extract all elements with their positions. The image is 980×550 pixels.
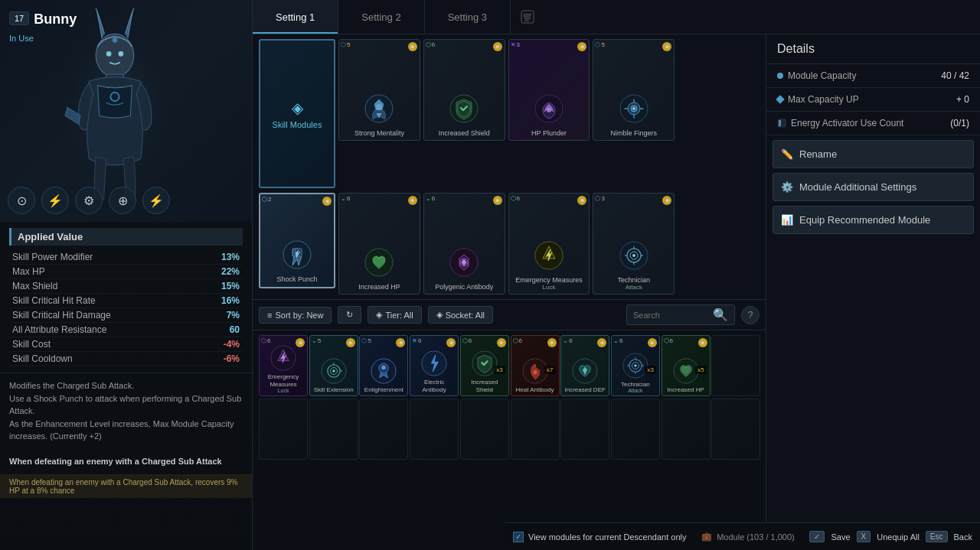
inv-empty-11[interactable] <box>711 399 760 460</box>
back-label: Back <box>954 532 972 542</box>
char-icon-stats[interactable]: ⚡ <box>142 187 170 214</box>
inv-empty-10[interactable] <box>662 399 710 460</box>
inv-empty-8[interactable] <box>560 399 609 460</box>
inv-empty-1[interactable] <box>711 335 760 396</box>
char-icon-weapon[interactable]: ⊕ <box>109 187 136 214</box>
svg-rect-10 <box>524 18 531 19</box>
inv-icon <box>469 348 500 379</box>
tab-add-button[interactable] <box>511 0 545 34</box>
back-key: Esc <box>926 531 948 542</box>
stat-row-skill-power: Skill Power Modifier 13% <box>9 250 243 265</box>
desc-highlight: When defeating an enemy with a Charged S… <box>0 474 252 498</box>
module-icon-nimble <box>615 89 653 128</box>
module-name-nimble: Nimble Fingers <box>611 129 658 138</box>
character-level: 17 <box>9 11 29 25</box>
skill-modules-label[interactable]: ◈ Skill Modules <box>259 39 335 188</box>
socket-badge: ◆ <box>577 42 586 51</box>
view-checkbox[interactable]: ✓ <box>513 532 524 542</box>
stat-row-skill-cost: Skill Cost -4% <box>9 337 243 352</box>
search-box[interactable]: 🔍 <box>626 304 735 325</box>
inv-name: Heat Antibody <box>516 386 554 394</box>
svg-rect-11 <box>524 20 529 21</box>
tab-setting1[interactable]: Setting 1 <box>253 0 338 34</box>
equip-recommended-button[interactable]: 📊 Equip Recommended Module <box>773 206 974 234</box>
module-description: Modifies the Charged Sub Attack. Use a S… <box>0 373 252 474</box>
tier-badge: ⬡6 <box>513 337 522 344</box>
tier-filter[interactable]: ◈ Tier: All <box>368 306 421 324</box>
tier-badge: ⬡2 <box>262 196 271 203</box>
tier-badge: ⬡5 <box>341 41 350 48</box>
inv-sub: Attack <box>628 388 642 393</box>
tier-value: 6 <box>432 41 435 48</box>
module-strong-mentality[interactable]: ⬡5 ◆ Strong Mentality <box>338 39 420 141</box>
module-name-polygenic: Polygenic Antibody <box>435 283 493 291</box>
module-technician-equipped[interactable]: ⬡3 ◆ Technician Attack <box>593 193 675 295</box>
tier-value: 6 <box>347 195 350 202</box>
socket-badge: ◆ <box>547 338 557 347</box>
inv-electric-antibody[interactable]: ✕6 ◆ Electric Antibody <box>410 335 459 396</box>
module-capacity-label: Module Capacity <box>777 70 856 81</box>
rename-button[interactable]: ✏️ Rename <box>773 140 974 168</box>
inv-empty-5[interactable] <box>410 399 459 460</box>
inv-heat-antibody[interactable]: ⬡6 ◆ x7 Heat Antibody <box>511 335 560 396</box>
tier-value: 3 <box>601 195 604 202</box>
inv-empty-2[interactable] <box>259 399 308 460</box>
module-capacity-row: Module Capacity 40 / 42 <box>766 64 980 88</box>
refresh-button[interactable]: ↻ <box>338 306 361 324</box>
view-checkbox-label[interactable]: ✓ View modules for current Descendant on… <box>513 532 686 542</box>
inv-empty-3[interactable] <box>309 399 358 460</box>
inv-enlightenment[interactable]: ⬡5 ◆ Enlightenment <box>359 335 408 396</box>
inv-name: Skill Extension <box>314 386 354 394</box>
inv-empty-7[interactable] <box>511 399 560 460</box>
equip-recommended-label: Equip Recommended Module <box>799 214 930 226</box>
search-input[interactable] <box>633 311 710 320</box>
inv-technician[interactable]: ⌄6 ◆ x3 Technician <box>611 335 660 396</box>
inv-empty-4[interactable] <box>359 399 408 460</box>
stat-max-shield-value: 15% <box>221 281 240 291</box>
module-shock-punch[interactable]: ⬡2 ◆ Shock Punch <box>259 193 335 288</box>
inv-emergency-measures[interactable]: ⬡6 ◆ Emergency Measures Luck <box>259 335 308 396</box>
tier-value: 2 <box>268 196 271 203</box>
module-increased-hp-equipped[interactable]: ⌄6 ◆ Increased HP <box>338 193 420 295</box>
socket-filter[interactable]: ◈ Socket: All <box>428 306 493 324</box>
skill-modules-icon: ◈ <box>273 99 322 117</box>
inv-increased-def[interactable]: ⌄6 ◆ Increased DEF <box>560 335 609 396</box>
checkbox-text: View modules for current Descendant only <box>528 532 686 542</box>
inv-skill-extension[interactable]: ⌄5 ◆ Skill Extension <box>309 335 358 396</box>
module-polygenic-antibody[interactable]: ⌄6 ◆ Polygenic Antibody <box>423 193 505 295</box>
inv-increased-shield[interactable]: ⬡6 ◆ x3 Increased Shield <box>460 335 509 396</box>
module-additional-settings-button[interactable]: ⚙️ Module Additional Settings <box>773 173 974 201</box>
char-icon-module[interactable]: ⚙ <box>75 187 103 214</box>
tab-setting3[interactable]: Setting 3 <box>425 0 511 34</box>
tier-badge: ⬡5 <box>361 337 371 344</box>
briefcase-icon: 💼 <box>701 532 712 542</box>
inv-empty-9[interactable] <box>611 399 660 460</box>
inv-increased-hp[interactable]: ⬡6 ◆ x5 Increased HP <box>662 335 710 396</box>
char-icon-skill[interactable]: ⊙ <box>8 187 35 214</box>
stat-skill-power-value: 13% <box>221 252 240 262</box>
module-icon-polygenic <box>445 243 483 282</box>
socket-badge: ◆ <box>493 196 502 205</box>
tier-badge: ⬡5 <box>595 41 604 48</box>
svg-point-39 <box>382 366 386 369</box>
socket-badge: ◆ <box>446 338 456 347</box>
inv-icon <box>419 348 449 379</box>
unequip-label: Unequip All <box>877 532 920 542</box>
module-nimble-fingers[interactable]: ⬡5 ◆ Nimble Fingers <box>593 39 675 141</box>
module-emergency-measures-equipped[interactable]: ⬡6 ◆ Emergency Measures Luck <box>508 193 590 295</box>
char-icon-attack[interactable]: ⚡ <box>41 187 69 214</box>
inventory-grid: ⬡6 ◆ Emergency Measures Luck ⌄5 <box>253 330 766 464</box>
stat-resistance-label: All Attribute Resistance <box>12 324 106 335</box>
tab-setting2[interactable]: Setting 2 <box>338 0 424 34</box>
skill-modules-text: Skill Modules <box>273 120 322 129</box>
help-button[interactable]: ? <box>741 306 760 324</box>
sort-button[interactable]: ≡ Sort by: New <box>259 307 332 324</box>
module-icon-emergency <box>530 236 568 275</box>
inv-empty-6[interactable] <box>460 399 509 460</box>
module-icon-strong <box>360 89 398 128</box>
stat-row-crit-rate: Skill Critical Hit Rate 16% <box>9 294 243 308</box>
socket-badge: ◆ <box>408 42 417 51</box>
module-icon-plunder <box>530 89 568 128</box>
module-hp-plunder[interactable]: ✕3 ◆ HP Plunder <box>508 39 590 141</box>
module-increased-shield-equipped[interactable]: ⬡6 ◆ Increased Shield <box>423 39 505 141</box>
